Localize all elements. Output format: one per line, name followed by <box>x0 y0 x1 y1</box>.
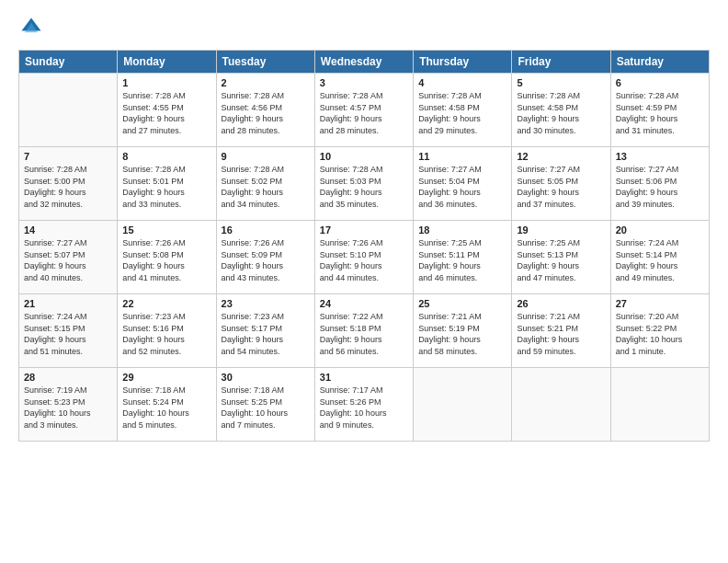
day-number: 16 <box>222 224 310 236</box>
weekday-friday: Friday <box>512 51 610 74</box>
calendar-cell: 4Sunrise: 7:28 AMSunset: 4:58 PMDaylight… <box>414 74 512 147</box>
calendar-cell: 3Sunrise: 7:28 AMSunset: 4:57 PMDaylight… <box>314 74 413 147</box>
calendar-cell: 28Sunrise: 7:19 AMSunset: 5:23 PMDayligh… <box>19 368 118 442</box>
calendar-cell: 12Sunrise: 7:27 AMSunset: 5:05 PMDayligh… <box>512 147 610 221</box>
weekday-header-row: SundayMondayTuesdayWednesdayThursdayFrid… <box>19 51 710 74</box>
cell-content: Sunrise: 7:27 AMSunset: 5:04 PMDaylight:… <box>418 164 506 210</box>
day-number: 27 <box>616 298 704 309</box>
cell-content: Sunrise: 7:25 AMSunset: 5:13 PMDaylight:… <box>517 237 605 283</box>
day-number: 25 <box>418 298 506 309</box>
cell-content: Sunrise: 7:27 AMSunset: 5:05 PMDaylight:… <box>517 164 605 210</box>
calendar-cell <box>610 368 709 442</box>
cell-content: Sunrise: 7:27 AMSunset: 5:07 PMDaylight:… <box>24 237 112 283</box>
weekday-sunday: Sunday <box>19 51 118 74</box>
day-number: 4 <box>418 77 506 88</box>
cell-content: Sunrise: 7:18 AMSunset: 5:24 PMDaylight:… <box>122 385 210 431</box>
week-row-3: 14Sunrise: 7:27 AMSunset: 5:07 PMDayligh… <box>19 221 710 294</box>
day-number: 31 <box>320 372 408 383</box>
week-row-4: 21Sunrise: 7:24 AMSunset: 5:15 PMDayligh… <box>19 294 710 368</box>
day-number: 10 <box>320 151 408 162</box>
calendar-cell: 27Sunrise: 7:20 AMSunset: 5:22 PMDayligh… <box>610 294 709 368</box>
cell-content: Sunrise: 7:26 AMSunset: 5:08 PMDaylight:… <box>122 237 210 283</box>
day-number: 13 <box>616 151 704 162</box>
calendar-table: SundayMondayTuesdayWednesdayThursdayFrid… <box>18 50 710 442</box>
day-number: 2 <box>222 77 310 88</box>
day-number: 15 <box>122 224 210 236</box>
week-row-5: 28Sunrise: 7:19 AMSunset: 5:23 PMDayligh… <box>19 368 710 442</box>
weekday-thursday: Thursday <box>414 51 512 74</box>
calendar-cell: 26Sunrise: 7:21 AMSunset: 5:21 PMDayligh… <box>512 294 610 368</box>
calendar-cell: 22Sunrise: 7:23 AMSunset: 5:16 PMDayligh… <box>118 294 216 368</box>
calendar-cell: 19Sunrise: 7:25 AMSunset: 5:13 PMDayligh… <box>512 221 610 294</box>
week-row-2: 7Sunrise: 7:28 AMSunset: 5:00 PMDaylight… <box>19 147 710 221</box>
calendar-cell: 10Sunrise: 7:28 AMSunset: 5:03 PMDayligh… <box>314 147 413 221</box>
weekday-monday: Monday <box>118 51 216 74</box>
calendar-cell: 2Sunrise: 7:28 AMSunset: 4:56 PMDaylight… <box>216 74 314 147</box>
day-number: 17 <box>320 224 408 236</box>
cell-content: Sunrise: 7:27 AMSunset: 5:06 PMDaylight:… <box>616 164 704 210</box>
calendar-cell: 29Sunrise: 7:18 AMSunset: 5:24 PMDayligh… <box>118 368 216 442</box>
cell-content: Sunrise: 7:25 AMSunset: 5:11 PMDaylight:… <box>418 237 506 283</box>
calendar-cell: 6Sunrise: 7:28 AMSunset: 4:59 PMDaylight… <box>610 74 709 147</box>
logo <box>18 15 48 40</box>
calendar-cell: 18Sunrise: 7:25 AMSunset: 5:11 PMDayligh… <box>414 221 512 294</box>
day-number: 6 <box>616 77 704 88</box>
day-number: 1 <box>122 77 210 88</box>
day-number: 19 <box>517 224 605 236</box>
calendar-cell: 13Sunrise: 7:27 AMSunset: 5:06 PMDayligh… <box>610 147 709 221</box>
cell-content: Sunrise: 7:28 AMSunset: 5:02 PMDaylight:… <box>222 164 310 210</box>
cell-content: Sunrise: 7:28 AMSunset: 4:58 PMDaylight:… <box>517 90 605 136</box>
calendar-cell: 16Sunrise: 7:26 AMSunset: 5:09 PMDayligh… <box>216 221 314 294</box>
cell-content: Sunrise: 7:28 AMSunset: 5:01 PMDaylight:… <box>122 164 210 210</box>
day-number: 30 <box>222 372 310 383</box>
day-number: 22 <box>122 298 210 309</box>
day-number: 23 <box>222 298 310 309</box>
cell-content: Sunrise: 7:26 AMSunset: 5:09 PMDaylight:… <box>222 237 310 283</box>
cell-content: Sunrise: 7:28 AMSunset: 4:57 PMDaylight:… <box>320 90 408 136</box>
day-number: 26 <box>517 298 605 309</box>
cell-content: Sunrise: 7:21 AMSunset: 5:21 PMDaylight:… <box>517 311 605 357</box>
calendar-cell: 24Sunrise: 7:22 AMSunset: 5:18 PMDayligh… <box>314 294 413 368</box>
calendar-cell: 17Sunrise: 7:26 AMSunset: 5:10 PMDayligh… <box>314 221 413 294</box>
week-row-1: 1Sunrise: 7:28 AMSunset: 4:55 PMDaylight… <box>19 74 710 147</box>
calendar-cell: 14Sunrise: 7:27 AMSunset: 5:07 PMDayligh… <box>19 221 118 294</box>
day-number: 21 <box>24 298 112 309</box>
cell-content: Sunrise: 7:28 AMSunset: 4:59 PMDaylight:… <box>616 90 704 136</box>
day-number: 8 <box>122 151 210 162</box>
calendar-cell: 20Sunrise: 7:24 AMSunset: 5:14 PMDayligh… <box>610 221 709 294</box>
day-number: 12 <box>517 151 605 162</box>
day-number: 24 <box>320 298 408 309</box>
day-number: 3 <box>320 77 408 88</box>
calendar-cell: 8Sunrise: 7:28 AMSunset: 5:01 PMDaylight… <box>118 147 216 221</box>
cell-content: Sunrise: 7:20 AMSunset: 5:22 PMDaylight:… <box>616 311 704 357</box>
cell-content: Sunrise: 7:26 AMSunset: 5:10 PMDaylight:… <box>320 237 408 283</box>
cell-content: Sunrise: 7:28 AMSunset: 4:56 PMDaylight:… <box>222 90 310 136</box>
cell-content: Sunrise: 7:23 AMSunset: 5:16 PMDaylight:… <box>122 311 210 357</box>
day-number: 14 <box>24 224 112 236</box>
calendar-cell <box>512 368 610 442</box>
calendar-cell: 21Sunrise: 7:24 AMSunset: 5:15 PMDayligh… <box>19 294 118 368</box>
header <box>18 15 710 40</box>
cell-content: Sunrise: 7:24 AMSunset: 5:14 PMDaylight:… <box>616 237 704 283</box>
page: SundayMondayTuesdayWednesdayThursdayFrid… <box>0 0 728 563</box>
cell-content: Sunrise: 7:17 AMSunset: 5:26 PMDaylight:… <box>320 385 408 431</box>
calendar-cell: 30Sunrise: 7:18 AMSunset: 5:25 PMDayligh… <box>216 368 314 442</box>
cell-content: Sunrise: 7:18 AMSunset: 5:25 PMDaylight:… <box>222 385 310 431</box>
cell-content: Sunrise: 7:22 AMSunset: 5:18 PMDaylight:… <box>320 311 408 357</box>
cell-content: Sunrise: 7:23 AMSunset: 5:17 PMDaylight:… <box>222 311 310 357</box>
day-number: 11 <box>418 151 506 162</box>
calendar-cell: 5Sunrise: 7:28 AMSunset: 4:58 PMDaylight… <box>512 74 610 147</box>
weekday-tuesday: Tuesday <box>216 51 314 74</box>
calendar-cell: 9Sunrise: 7:28 AMSunset: 5:02 PMDaylight… <box>216 147 314 221</box>
cell-content: Sunrise: 7:19 AMSunset: 5:23 PMDaylight:… <box>24 385 112 431</box>
day-number: 9 <box>222 151 310 162</box>
cell-content: Sunrise: 7:24 AMSunset: 5:15 PMDaylight:… <box>24 311 112 357</box>
cell-content: Sunrise: 7:21 AMSunset: 5:19 PMDaylight:… <box>418 311 506 357</box>
cell-content: Sunrise: 7:28 AMSunset: 5:03 PMDaylight:… <box>320 164 408 210</box>
day-number: 18 <box>418 224 506 236</box>
calendar-cell: 23Sunrise: 7:23 AMSunset: 5:17 PMDayligh… <box>216 294 314 368</box>
day-number: 28 <box>24 372 112 383</box>
day-number: 29 <box>122 372 210 383</box>
cell-content: Sunrise: 7:28 AMSunset: 4:55 PMDaylight:… <box>122 90 210 136</box>
calendar-cell: 1Sunrise: 7:28 AMSunset: 4:55 PMDaylight… <box>118 74 216 147</box>
